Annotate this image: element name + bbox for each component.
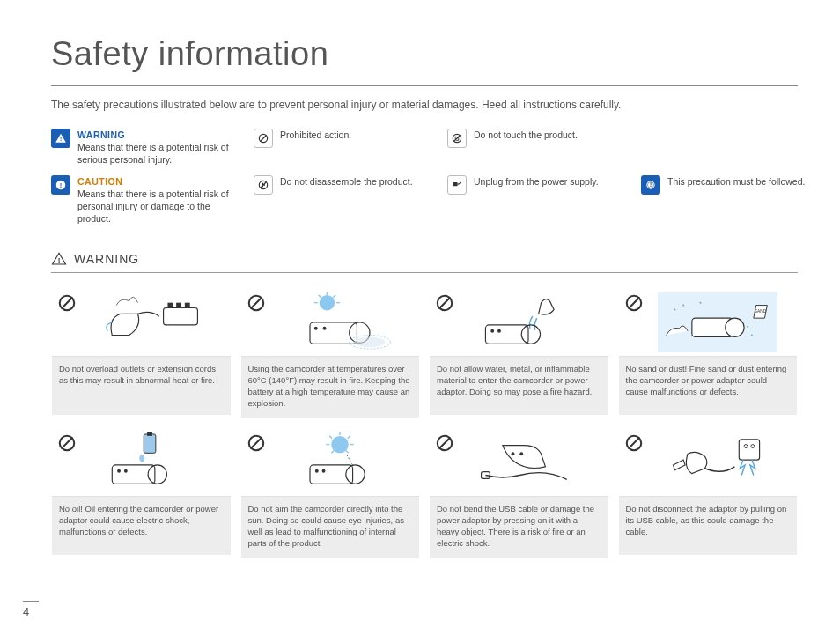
svg-point-76 (346, 465, 365, 484)
safety-card: Do not allow water, metal, or inflammabl… (429, 287, 609, 418)
prohibit-icon (435, 433, 454, 453)
warning-divider (51, 272, 798, 273)
legend-must-text: This precaution must be followed. (667, 176, 805, 187)
svg-point-53 (699, 301, 701, 303)
safety-card-text: Do not allow water, metal, or inflammabl… (430, 357, 608, 415)
illustration-cable-bend (454, 432, 603, 492)
notouch-icon (447, 129, 467, 148)
legend-unplug-text: Unplug from the power supply. (474, 176, 599, 187)
svg-rect-24 (185, 302, 190, 307)
svg-rect-33 (310, 322, 357, 344)
safety-card: No oil! Oil entering the camcorder or po… (51, 427, 232, 558)
safety-card: Do not bend the USB cable or damage the … (429, 427, 609, 558)
illustration-unplug-cable (644, 432, 792, 492)
legend-prohibited-text: Prohibited action. (280, 129, 351, 140)
svg-point-49 (725, 318, 743, 336)
safety-card-text: Do not bend the USB cable or damage the … (430, 497, 608, 558)
svg-point-43 (491, 329, 495, 332)
svg-point-62 (148, 465, 166, 484)
legend-caution-desc: Means that there is a potential risk of … (77, 188, 229, 224)
illustration-water (454, 292, 603, 352)
page-title: Safety information (51, 35, 798, 73)
legend-caution: ! CAUTION Means that there is a potentia… (51, 175, 245, 225)
svg-text:!: ! (60, 136, 62, 142)
prohibit-icon (57, 293, 77, 313)
prohibit-icon (247, 293, 266, 313)
warning-triangle-icon: ! (51, 129, 70, 148)
legend-must: ! This precaution must be followed. (641, 175, 808, 225)
legend-disassemble-text: Do not disassemble the product. (280, 176, 413, 187)
safety-card-text: No oil! Oil entering the camcorder or po… (52, 497, 231, 555)
safety-card-text: Do not aim the camcorder directly into t… (241, 497, 420, 558)
prohibit-icon (624, 293, 644, 313)
svg-rect-58 (144, 434, 156, 453)
svg-point-51 (674, 308, 675, 310)
illustration-sand: SAND (644, 292, 792, 352)
svg-line-74 (346, 450, 349, 453)
safety-card-text: Do not overload outlets or extension cor… (52, 357, 231, 415)
svg-point-55 (751, 334, 753, 336)
svg-point-79 (321, 469, 325, 473)
safety-card: Using the camcorder at temperatures over… (240, 287, 421, 418)
svg-text:!: ! (650, 181, 652, 188)
svg-point-83 (520, 452, 524, 455)
svg-line-40 (439, 298, 451, 309)
safety-card-text: Using the camcorder at temperatures over… (241, 357, 420, 418)
svg-point-82 (512, 452, 515, 455)
svg-line-31 (318, 295, 321, 298)
safety-card: Do not aim the camcorder directly into t… (240, 427, 421, 558)
svg-point-63 (117, 469, 121, 473)
svg-line-26 (250, 298, 262, 309)
svg-point-37 (354, 336, 385, 347)
svg-point-89 (751, 445, 755, 448)
legend-grid: ! WARNING Means that there is a potentia… (51, 129, 798, 225)
svg-rect-23 (176, 302, 181, 307)
svg-point-88 (744, 445, 748, 448)
legend-warning-title: WARNING (77, 129, 245, 141)
svg-line-86 (628, 438, 639, 449)
svg-line-57 (62, 438, 73, 449)
svg-rect-87 (739, 440, 759, 460)
warning-triangle-small-icon: ! (51, 251, 67, 267)
page-number: 4 (23, 601, 39, 618)
unplug-icon (447, 175, 467, 195)
svg-point-35 (314, 327, 318, 330)
illustration-overload (77, 292, 225, 352)
svg-point-54 (747, 326, 748, 328)
prohibit-icon (57, 433, 77, 453)
svg-line-71 (329, 436, 332, 439)
safety-card: Do not overload outlets or extension cor… (51, 287, 232, 418)
must-follow-icon: ! (641, 175, 660, 195)
illustration-oil (77, 432, 225, 492)
svg-line-11 (261, 181, 267, 188)
warning-section-header: ! WARNING (51, 251, 798, 267)
title-divider (51, 85, 798, 86)
legend-warning-desc: Means that there is a potential risk of … (77, 142, 229, 165)
svg-point-42 (521, 325, 540, 344)
prohibit-icon (247, 433, 266, 453)
svg-line-73 (331, 450, 334, 453)
legend-disassemble: Do not disassemble the product. (254, 175, 438, 225)
illustration-sun (266, 432, 415, 492)
svg-line-72 (347, 436, 350, 439)
svg-rect-12 (453, 182, 457, 186)
svg-rect-59 (147, 432, 152, 436)
prohibit-icon (624, 433, 644, 453)
svg-point-64 (124, 469, 128, 473)
illustration-heat (266, 292, 415, 352)
safety-card: SAND No sand or dust! Fine sand or dust … (618, 287, 799, 418)
legend-notouch-text: Do not touch the product. (474, 129, 578, 140)
svg-line-46 (628, 298, 639, 309)
safety-cards-grid: Do not overload outlets or extension cor… (51, 287, 798, 559)
prohibit-icon (435, 293, 454, 313)
caution-circle-icon: ! (51, 175, 70, 195)
safety-card-text: No sand or dust! Fine sand or dust enter… (619, 357, 798, 415)
legend-warning: ! WARNING Means that there is a potentia… (51, 129, 245, 166)
intro-text: The safety precautions illustrated below… (51, 99, 798, 111)
legend-prohibited: Prohibited action. (254, 129, 438, 166)
svg-text:!: ! (58, 257, 61, 265)
legend-caution-title: CAUTION (77, 175, 245, 188)
svg-line-20 (62, 298, 73, 309)
svg-line-81 (439, 438, 451, 449)
svg-rect-22 (168, 302, 173, 307)
